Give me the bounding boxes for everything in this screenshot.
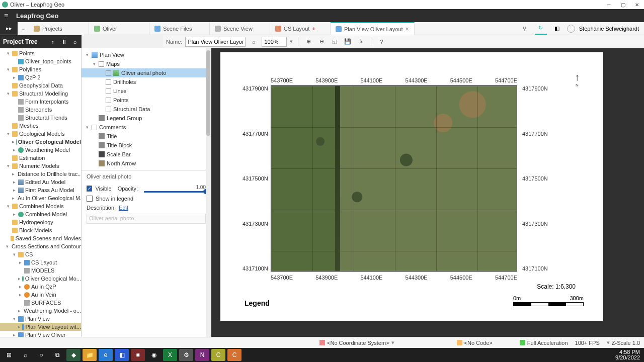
tree-item[interactable]: Meshes xyxy=(0,122,81,130)
explorer-icon[interactable]: 📁 xyxy=(83,349,97,361)
description-box[interactable]: Oliver aerial photo xyxy=(87,214,206,224)
zoom-fit-icon[interactable]: ◱ xyxy=(330,37,340,47)
tab-scene-view[interactable]: Scene View xyxy=(210,22,270,35)
tree-item[interactable]: Block Models xyxy=(0,226,81,234)
tree-item[interactable]: Structural Trends xyxy=(0,114,81,122)
tree-item[interactable]: MODELS xyxy=(0,266,81,275)
twist-icon[interactable]: ▾ xyxy=(6,131,11,136)
inspector-scrollbar[interactable] xyxy=(206,48,211,337)
export-icon[interactable]: ↳ xyxy=(356,37,366,47)
app2-icon[interactable]: ◧ xyxy=(115,349,129,361)
tree-item[interactable]: ▾CS xyxy=(0,250,81,258)
tree-item[interactable]: ▸CS Layout xyxy=(0,258,81,266)
zoom-input[interactable] xyxy=(262,37,287,47)
windows-taskbar[interactable]: ⊞ ⌕ ○ ⧉ ◆ 📁 e ◧ ■ ◉ X ⚙ N C C 4:58 PM 9/… xyxy=(0,348,644,362)
search-icon[interactable]: ⌕ xyxy=(71,38,78,45)
branch-icon[interactable]: ⑂ xyxy=(519,23,531,35)
twist-icon[interactable]: ▸ xyxy=(12,75,17,80)
start-icon[interactable]: ⊞ xyxy=(2,349,16,361)
twist-icon[interactable]: ▾ xyxy=(6,91,11,96)
coord-status[interactable]: <No Coordinate System> xyxy=(327,340,389,346)
zoom-out-icon[interactable]: ⊖ xyxy=(316,37,327,47)
inspector-item[interactable]: Scale Bar xyxy=(82,150,211,159)
avatar[interactable] xyxy=(567,25,575,33)
tree-item[interactable]: ▸Plan View Layout wit... xyxy=(0,323,81,331)
tab-scene-files[interactable]: Scene Files xyxy=(149,22,210,35)
name-input[interactable] xyxy=(185,37,246,47)
cortana-icon[interactable]: ○ xyxy=(34,349,48,361)
tree-item[interactable]: ▾Plan View xyxy=(0,315,81,323)
twist-icon[interactable]: ▸ xyxy=(12,196,15,201)
tree-item[interactable]: Saved Scenes and Movies xyxy=(0,234,81,242)
tree-item[interactable]: ▸Distance to Drillhole trac... xyxy=(0,170,81,178)
twist-icon[interactable]: ▸ xyxy=(18,292,23,297)
twist-icon[interactable]: ▸ xyxy=(12,147,17,152)
app1-icon[interactable]: ◆ xyxy=(66,349,80,361)
twist-icon[interactable]: ▸ xyxy=(18,284,23,289)
app5-icon[interactable]: C xyxy=(211,349,225,361)
close-button[interactable]: ✕ xyxy=(630,0,644,9)
inspector-item[interactable]: Title Block xyxy=(82,141,211,150)
tree-item[interactable]: Form Interpolants xyxy=(0,98,81,106)
notification-icon[interactable]: ◧ xyxy=(551,23,563,35)
tree-item[interactable]: ▾Cross Sections and Contours xyxy=(0,242,81,250)
tab-dropdown-icon[interactable]: ⌄ xyxy=(18,22,29,35)
chrome-icon[interactable]: ◉ xyxy=(147,349,161,361)
tree-item[interactable]: ▸Oliver Geological Mo... xyxy=(0,275,81,283)
inspector-item[interactable]: Title xyxy=(82,132,211,141)
taskbar-clock[interactable]: 4:58 PM 9/20/2022 xyxy=(613,349,642,360)
inspector-item[interactable]: ▾Plan View xyxy=(82,50,211,59)
twist-icon[interactable]: ▾ xyxy=(85,125,90,130)
inspector-item[interactable]: Lines xyxy=(82,86,211,96)
save-icon[interactable]: 💾 xyxy=(343,37,353,47)
tree-item[interactable]: ▸Combined Model xyxy=(0,210,81,218)
twist-icon[interactable]: ▸ xyxy=(12,212,17,217)
tree-item[interactable]: Oliver_topo_points xyxy=(0,57,81,65)
twist-icon[interactable]: ▸ xyxy=(12,139,15,144)
opacity-slider[interactable]: 1.00 xyxy=(144,185,206,193)
tree-item[interactable]: Hydrogeology xyxy=(0,218,81,226)
tree-item[interactable]: ▸Au in Vein xyxy=(0,291,81,299)
layout-viewer[interactable]: 543700E543900E544100E544300E544500E54470… xyxy=(211,48,644,337)
tree-item[interactable]: ▸Edited Au Model xyxy=(0,178,81,186)
twist-icon[interactable]: ▾ xyxy=(6,51,11,56)
tree-item[interactable]: ▾Geological Models xyxy=(0,130,81,138)
zoom-dropdown-icon[interactable]: ▾ xyxy=(290,38,293,45)
inspector-item[interactable]: ▾Comments xyxy=(82,123,211,132)
twist-icon[interactable]: ▾ xyxy=(85,52,90,57)
tree-item[interactable]: ▾Structural Modelling xyxy=(0,89,81,98)
zscale-status[interactable]: Z-Scale 1.0 xyxy=(612,340,640,346)
onenote-icon[interactable]: N xyxy=(195,349,209,361)
maximize-button[interactable]: ▢ xyxy=(616,0,630,9)
tree-item[interactable]: Geophysical Data xyxy=(0,81,81,89)
inspector-item[interactable]: Drillholes xyxy=(82,77,211,86)
edit-link[interactable]: Edit xyxy=(119,205,128,211)
item-checkbox[interactable] xyxy=(106,107,111,112)
twist-icon[interactable]: ▾ xyxy=(6,67,11,72)
project-tree[interactable]: ▾PointsOliver_topo_points▾Polylines▸QzP … xyxy=(0,48,82,337)
twist-icon[interactable]: ▸ xyxy=(18,260,23,265)
add-icon[interactable]: + xyxy=(312,26,315,32)
tab-cs-layout[interactable]: CS Layout+ xyxy=(270,22,331,35)
search-name-icon[interactable]: ⌕ xyxy=(249,37,259,47)
taskview-icon[interactable]: ⧉ xyxy=(50,349,64,361)
user-name[interactable]: Stephanie Schweighardt xyxy=(579,26,639,32)
item-checkbox[interactable] xyxy=(106,88,111,94)
inspector-item[interactable]: Oliver aerial photo xyxy=(82,68,211,77)
tree-item[interactable]: ▸Weathering Model - o... xyxy=(0,307,81,315)
play-button[interactable]: ▸▸ xyxy=(0,22,18,35)
item-checkbox[interactable] xyxy=(106,70,111,76)
item-checkbox[interactable] xyxy=(106,79,111,85)
app3-icon[interactable]: ■ xyxy=(131,349,145,361)
tree-item[interactable]: ▸Au in Oliver Geological M... xyxy=(0,194,81,202)
tree-item[interactable]: Estimation xyxy=(0,154,81,162)
item-checkbox[interactable] xyxy=(99,61,104,67)
tree-item[interactable]: ▸Plan View Oliver xyxy=(0,331,81,337)
item-checkbox[interactable] xyxy=(92,125,97,130)
twist-icon[interactable]: ▾ xyxy=(6,204,11,209)
tree-item[interactable]: ▾Points xyxy=(0,49,81,57)
tree-item[interactable]: ▸Au in QzP xyxy=(0,283,81,291)
visible-checkbox[interactable]: ✓ xyxy=(87,186,92,192)
zoom-in-icon[interactable]: ⊕ xyxy=(303,37,313,47)
taskbar-search-icon[interactable]: ⌕ xyxy=(18,349,32,361)
